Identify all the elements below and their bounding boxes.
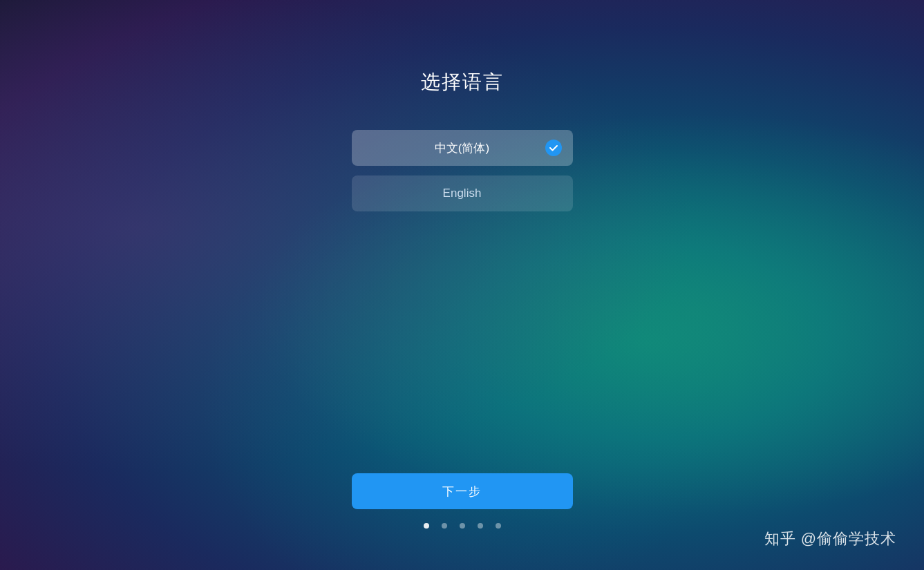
dot-3 (460, 523, 465, 529)
language-label-en: English (443, 187, 482, 200)
page-title: 选择语言 (421, 69, 504, 95)
language-option-zh-cn[interactable]: 中文(简体) (352, 130, 573, 166)
content-area: 选择语言 中文(简体) English (0, 0, 924, 211)
background: 选择语言 中文(简体) English 下一步 知乎 (0, 0, 924, 570)
watermark: 知乎 @偷偷学技术 (764, 529, 896, 549)
page-dots (424, 523, 501, 529)
dot-2 (442, 523, 447, 529)
next-button[interactable]: 下一步 (352, 473, 573, 509)
dot-5 (496, 523, 501, 529)
language-option-en[interactable]: English (352, 175, 573, 211)
dot-4 (478, 523, 483, 529)
check-icon (545, 140, 562, 156)
bottom-area: 下一步 (0, 473, 924, 529)
language-label-zh-cn: 中文(简体) (435, 140, 489, 156)
dot-1 (424, 523, 429, 529)
language-list: 中文(简体) English (352, 130, 573, 211)
